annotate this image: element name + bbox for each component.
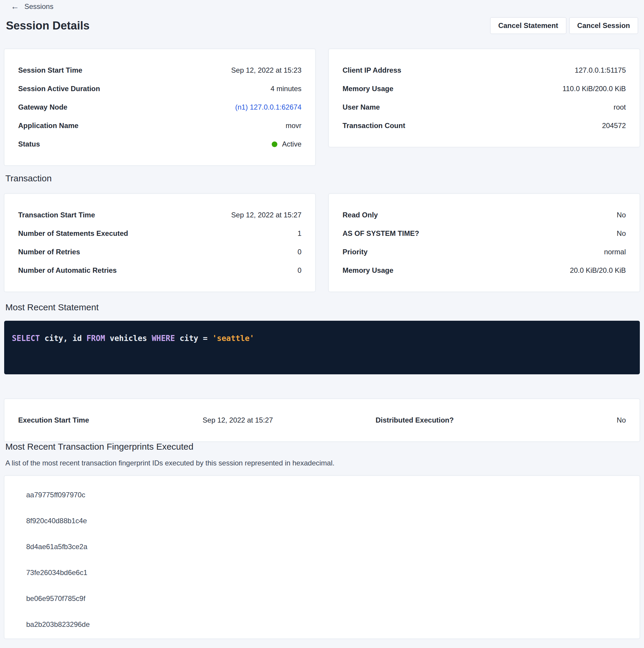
- client-ip-address-value: 127.0.0.1:51175: [575, 66, 626, 74]
- client-ip-address-label: Client IP Address: [343, 66, 401, 74]
- title-row: Session Details Cancel Statement Cancel …: [4, 17, 640, 34]
- priority-row: Prioritynormal: [343, 243, 626, 261]
- session-active-duration-label: Session Active Duration: [18, 85, 100, 93]
- sql-token-plain: city =: [175, 334, 212, 343]
- session-cards: Session Start TimeSep 12, 2022 at 15:23S…: [4, 49, 640, 166]
- transaction-start-time-label: Transaction Start Time: [18, 211, 95, 219]
- page-title: Session Details: [6, 19, 90, 32]
- cancel-session-button[interactable]: Cancel Session: [569, 17, 638, 34]
- fingerprint-item: ba2b203b823296de: [4, 611, 640, 637]
- session-active-duration-value: 4 minutes: [271, 85, 301, 93]
- gateway-node-label: Gateway Node: [18, 103, 67, 111]
- user-name-label: User Name: [343, 103, 380, 111]
- transaction-count-label: Transaction Count: [343, 121, 405, 130]
- application-name-label: Application Name: [18, 121, 78, 130]
- sql-token-keyword: SELECT: [12, 334, 40, 343]
- session-active-duration-row: Session Active Duration4 minutes: [18, 79, 301, 98]
- number-of-retries-label: Number of Retries: [18, 248, 80, 256]
- back-arrow-icon: ←: [11, 2, 19, 11]
- execution-start-time-label: Execution Start Time: [18, 416, 89, 424]
- execution-start-time-row: Execution Start TimeSep 12, 2022 at 15:2…: [18, 411, 273, 429]
- gateway-node-row: Gateway Node(n1) 127.0.0.1:62674: [18, 98, 301, 116]
- back-to-sessions-link[interactable]: ← Sessions: [11, 0, 53, 11]
- read-only-value: No: [617, 211, 626, 219]
- application-name-value: movr: [286, 121, 301, 130]
- fingerprint-item: be06e9570f785c9f: [4, 586, 640, 611]
- session-status-row: StatusActive: [18, 135, 301, 153]
- statements-executed-row: Number of Statements Executed1: [18, 224, 301, 243]
- memory-usage-session-label: Memory Usage: [343, 85, 394, 93]
- sql-token-keyword: FROM: [86, 334, 105, 343]
- session-info-card-right: Client IP Address127.0.0.1:51175Memory U…: [329, 49, 640, 147]
- fingerprints-description: A list of the most recent transaction fi…: [5, 459, 640, 467]
- sql-token-keyword: WHERE: [152, 334, 175, 343]
- distributed-execution-value: No: [617, 416, 626, 424]
- session-start-time-row: Session Start TimeSep 12, 2022 at 15:23: [18, 61, 301, 79]
- automatic-retries-row: Number of Automatic Retries0: [18, 261, 301, 280]
- transaction-start-time-row: Transaction Start TimeSep 12, 2022 at 15…: [18, 206, 301, 224]
- as-of-system-time-value: No: [617, 229, 626, 238]
- status-active-dot-icon: [272, 142, 277, 147]
- distributed-execution-cell: Distributed Execution?No: [322, 411, 626, 429]
- as-of-system-time-label: AS OF SYSTEM TIME?: [343, 229, 419, 238]
- application-name-row: Application Namemovr: [18, 116, 301, 135]
- fingerprints-section-title: Most Recent Transaction Fingerprints Exe…: [5, 442, 640, 452]
- priority-value: normal: [604, 248, 626, 256]
- number-of-retries-row: Number of Retries0: [18, 243, 301, 261]
- session-status-value: Active: [272, 140, 301, 148]
- session-status-label: Status: [18, 140, 40, 148]
- memory-usage-session-row: Memory Usage110.0 KiB/200.0 KiB: [343, 79, 626, 98]
- transaction-card-left: Transaction Start TimeSep 12, 2022 at 15…: [4, 194, 315, 292]
- priority-label: Priority: [343, 248, 367, 256]
- automatic-retries-label: Number of Automatic Retries: [18, 266, 117, 275]
- session-start-time-value: Sep 12, 2022 at 15:23: [231, 66, 301, 74]
- session-status-text: Active: [282, 140, 301, 148]
- memory-usage-transaction-label: Memory Usage: [343, 266, 394, 275]
- distributed-execution-label: Distributed Execution?: [375, 416, 454, 424]
- fingerprint-item: aa79775ff097970c: [4, 482, 640, 508]
- session-start-time-label: Session Start Time: [18, 66, 82, 74]
- transaction-section-title: Transaction: [5, 173, 640, 183]
- session-info-card-left: Session Start TimeSep 12, 2022 at 15:23S…: [4, 49, 315, 166]
- statement-section-title: Most Recent Statement: [5, 302, 640, 312]
- execution-start-time-value: Sep 12, 2022 at 15:27: [203, 416, 273, 424]
- sql-token-plain: city, id: [40, 334, 86, 343]
- fingerprints-card: aa79775ff097970c8f920c40d88b1c4e8d4ae61a…: [4, 476, 640, 639]
- sql-statement-box: SELECT city, id FROM vehicles WHERE city…: [4, 321, 640, 374]
- memory-usage-transaction-row: Memory Usage20.0 KiB/20.0 KiB: [343, 261, 626, 280]
- fingerprint-item: 8f920c40d88b1c4e: [4, 508, 640, 534]
- transaction-count-row: Transaction Count204572: [343, 116, 626, 135]
- session-details-page: ← Sessions Session Details Cancel Statem…: [0, 0, 644, 639]
- transaction-count-value: 204572: [602, 121, 626, 130]
- client-ip-address-row: Client IP Address127.0.0.1:51175: [343, 61, 626, 79]
- user-name-row: User Nameroot: [343, 98, 626, 116]
- as-of-system-time-row: AS OF SYSTEM TIME?No: [343, 224, 626, 243]
- distributed-execution-row: Distributed Execution?No: [375, 411, 626, 429]
- statements-executed-label: Number of Statements Executed: [18, 229, 128, 238]
- read-only-label: Read Only: [343, 211, 378, 219]
- automatic-retries-value: 0: [298, 266, 301, 275]
- gateway-node-value[interactable]: (n1) 127.0.0.1:62674: [235, 103, 301, 111]
- transaction-card-right: Read OnlyNoAS OF SYSTEM TIME?NoPriorityn…: [329, 194, 640, 292]
- memory-usage-transaction-value: 20.0 KiB/20.0 KiB: [570, 266, 626, 275]
- breadcrumb-label: Sessions: [24, 2, 53, 11]
- fingerprint-item: 73fe26034bd6e6c1: [4, 559, 640, 586]
- transaction-start-time-value: Sep 12, 2022 at 15:27: [231, 211, 301, 219]
- execution-card: Execution Start TimeSep 12, 2022 at 15:2…: [4, 399, 640, 442]
- number-of-retries-value: 0: [298, 248, 301, 256]
- fingerprint-item: 8d4ae61a5fb3ce2a: [4, 534, 640, 559]
- header-actions: Cancel Statement Cancel Session: [490, 17, 638, 34]
- transaction-cards: Transaction Start TimeSep 12, 2022 at 15…: [4, 194, 640, 292]
- read-only-row: Read OnlyNo: [343, 206, 626, 224]
- user-name-value: root: [613, 103, 626, 111]
- sql-token-plain: vehicles: [105, 334, 152, 343]
- memory-usage-session-value: 110.0 KiB/200.0 KiB: [563, 85, 626, 93]
- statements-executed-value: 1: [298, 229, 301, 238]
- execution-start-time-cell: Execution Start TimeSep 12, 2022 at 15:2…: [18, 411, 322, 429]
- cancel-statement-button[interactable]: Cancel Statement: [490, 17, 566, 34]
- sql-token-string: 'seattle': [212, 334, 254, 343]
